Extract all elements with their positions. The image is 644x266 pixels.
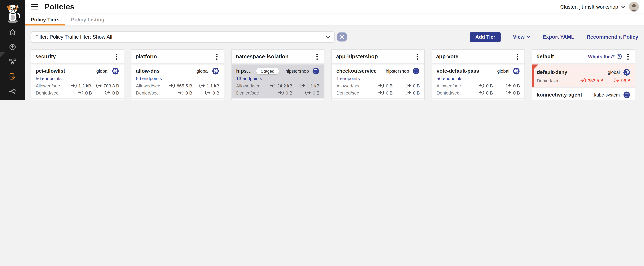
user-avatar[interactable] [629, 2, 639, 12]
policy-card-konnectivity-agent[interactable]: konnectivity-agentkube-system2 endpoints… [532, 88, 635, 100]
policy-filter-dropdown[interactable]: Filter: Policy Traffic filter: Show All [31, 31, 335, 43]
policy-card-hipstershop-gh[interactable]: hipstershop-gh…Stagedhipstershop13 endpo… [232, 64, 324, 98]
policy-card-default-egress[interactable]: default-egressdefault2 endpointsAllowed/… [132, 100, 224, 100]
kebab-menu-icon [116, 53, 118, 60]
hamburger-menu-icon[interactable] [31, 4, 38, 10]
egress-arrow-icon [406, 90, 411, 95]
stat-label: Allowed/sec [436, 83, 461, 88]
traffic-stat-row: Denied/sec0 B0 B [136, 90, 219, 95]
add-tier-button[interactable]: Add Tier [470, 32, 501, 42]
policy-name: vote-default-pass [436, 68, 479, 74]
chevron-down-icon [326, 33, 330, 41]
egress-value: 0 B [413, 83, 420, 88]
policy-card-vote-allowlist[interactable]: vote-allowlistglobal56 endpointsAllowed/… [31, 100, 124, 100]
policy-scope-label: kube-system [594, 92, 620, 97]
tab-policy-tiers[interactable]: Policy Tiers [25, 14, 65, 25]
endpoints-link[interactable]: 56 endpoints [136, 76, 219, 82]
namespace-octagon-icon [623, 91, 630, 98]
traffic-stat-row: Allowed/sec1.2 kB703.8 B [36, 83, 119, 88]
traffic-stat-row: Allowed/sec665.5 B1.1 kB [136, 83, 219, 88]
policy-card-allow-dns[interactable]: allow-dnsglobal56 endpointsAllowed/sec66… [132, 64, 224, 98]
egress-arrow-icon [614, 78, 620, 82]
export-yaml-button[interactable]: Export YAML [542, 34, 574, 40]
clear-filter-button[interactable] [337, 32, 347, 42]
whats-this-link[interactable]: Whats this? [588, 54, 622, 59]
calico-cat-logo[interactable] [0, 0, 25, 26]
traffic-stat-row: Denied/sec353.5 B96 B [537, 78, 630, 83]
alert-corner-flag [532, 64, 538, 71]
egress-arrow-icon [199, 84, 205, 88]
policy-card-cartservice[interactable]: cartservicehipstershop1 endpointsAllowed… [332, 100, 424, 100]
endpoints-link[interactable]: 1 endpoints [336, 76, 420, 82]
tier-header: app-hipstershop [332, 50, 424, 63]
ingress-arrow-icon [78, 90, 84, 95]
kebab-menu-icon [316, 53, 318, 60]
sidebar-item-policies[interactable] [8, 72, 18, 80]
policy-scope-label: hipstershop [286, 69, 309, 74]
ingress-arrow-icon [71, 84, 77, 88]
endpoints-link[interactable]: 56 endpoints [436, 76, 520, 82]
ingress-arrow-icon [479, 90, 484, 95]
egress-value: 703.8 B [104, 83, 119, 88]
egress-value: 1.1 kB [307, 83, 320, 88]
egress-value: 0 B [112, 90, 119, 95]
ingress-arrow-icon [178, 90, 184, 95]
tier-menu-button[interactable] [214, 53, 220, 60]
sidebar-active-notch [0, 52, 6, 58]
tier-header: namespace-isolation [232, 50, 324, 63]
app-header: Policies Cluster: jlt-msft-workshop [25, 0, 644, 14]
policy-card-checkoutservice[interactable]: checkoutservicehipstershop1 endpointsAll… [332, 64, 424, 98]
egress-arrow-icon [299, 84, 305, 88]
staged-badge: Staged [256, 68, 279, 74]
tab-policy-listing[interactable]: Policy Listing [65, 14, 110, 25]
stat-label: Allowed/sec [236, 83, 260, 88]
chevron-down-icon [621, 6, 625, 8]
tier-menu-button[interactable] [314, 53, 320, 60]
globe-octagon-icon [112, 68, 119, 75]
tier-title: app-hipstershop [336, 54, 378, 60]
ingress-arrow-icon [278, 90, 284, 95]
tier-column-app-vote: app-votevote-default-passglobal56 endpoi… [432, 49, 525, 100]
kebab-menu-icon [416, 53, 418, 60]
egress-arrow-icon [506, 90, 512, 95]
recommend-policy-button[interactable]: Recommend a Policy [586, 34, 638, 40]
policy-name: pci-allowlist [36, 68, 65, 74]
policy-card-pci-allowlist[interactable]: pci-allowlistglobal56 endpointsAllowed/s… [31, 64, 124, 98]
policy-card-default-deny[interactable]: default-denyglobalDenied/sec353.5 B96 B [532, 64, 635, 87]
tier-menu-button[interactable] [114, 53, 120, 60]
policies-icon [8, 72, 16, 80]
question-circle-icon [616, 54, 622, 59]
ingress-value: 665.5 B [177, 83, 192, 88]
home-icon [8, 28, 16, 36]
toolbar: Filter: Policy Traffic filter: Show All … [31, 31, 638, 43]
sidebar-item-network-flow[interactable] [8, 58, 18, 66]
kebab-menu-icon [517, 53, 518, 60]
filter-value: Filter: Policy Traffic filter: Show All [35, 34, 112, 40]
globe-octagon-icon [512, 68, 520, 75]
egress-value: 96 B [621, 78, 630, 83]
tier-menu-button[interactable] [625, 53, 631, 60]
traffic-stat-row: Allowed/sec0 B0 B [336, 83, 420, 88]
sidebar-item-dashboard[interactable] [8, 43, 18, 51]
tier-header: defaultWhats this? [532, 50, 635, 63]
policy-card-namespace-isolation-default-p[interactable]: namespace-isolation-default-p…global56 e… [232, 100, 324, 100]
tier-column-namespace-isolation: namespace-isolationhipstershop-gh…Staged… [231, 49, 324, 100]
tier-menu-button[interactable] [514, 53, 520, 60]
cluster-selector[interactable]: Cluster: jlt-msft-workshop [560, 4, 625, 10]
app-window: Policies Cluster: jlt-msft-workshop Poli… [0, 0, 644, 100]
egress-value: 0 B [313, 90, 320, 95]
endpoints-link[interactable]: 13 endpoints [236, 76, 320, 82]
tier-menu-button[interactable] [414, 53, 420, 60]
sidebar-item-home[interactable] [8, 28, 18, 36]
kebab-menu-icon [216, 53, 218, 60]
view-menu-button[interactable]: View [513, 34, 530, 40]
tier-column-security: securitypci-allowlistglobal56 endpointsA… [31, 49, 124, 100]
namespace-octagon-icon [412, 68, 420, 75]
policy-card-vote-default-pass[interactable]: vote-default-passglobal56 endpointsAllow… [432, 64, 524, 98]
egress-arrow-icon [406, 84, 411, 88]
ingress-arrow-icon [580, 78, 586, 82]
sidebar-item-service-graph[interactable] [8, 87, 18, 95]
sidebar-nav [0, 26, 25, 100]
ingress-arrow-icon [378, 84, 384, 88]
endpoints-link[interactable]: 56 endpoints [36, 76, 119, 82]
